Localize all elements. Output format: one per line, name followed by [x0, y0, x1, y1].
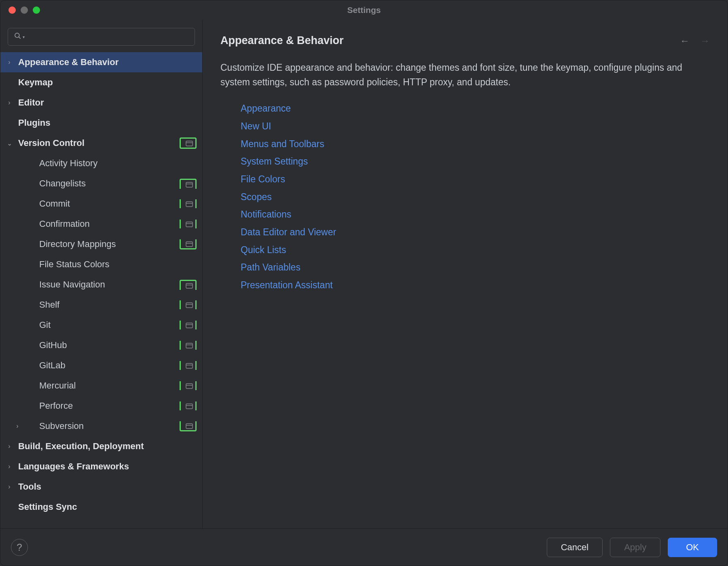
- project-level-icon: [185, 422, 194, 429]
- tree-item-editor[interactable]: ›Editor: [0, 93, 202, 113]
- tree-item-label: Commit: [26, 199, 180, 209]
- tree-item-label: Build, Execution, Deployment: [18, 441, 197, 452]
- project-level-icon: [185, 139, 194, 147]
- tree-item-commit[interactable]: Commit: [0, 194, 202, 214]
- tree-item-label: Perforce: [26, 401, 180, 411]
- tree-item-label: Issue Navigation: [26, 279, 180, 290]
- ok-button[interactable]: OK: [668, 538, 717, 557]
- tree-item-keymap[interactable]: Keymap: [0, 72, 202, 93]
- link-data-editor-and-viewer[interactable]: Data Editor and Viewer: [241, 224, 710, 241]
- tree-item-label: Appearance & Behavior: [18, 57, 197, 68]
- tree-item-languages-frameworks[interactable]: ›Languages & Frameworks: [0, 456, 202, 477]
- search-input-wrap[interactable]: ▾: [8, 28, 195, 46]
- link-path-variables[interactable]: Path Variables: [241, 259, 710, 277]
- search-input[interactable]: [27, 32, 189, 42]
- tree-item-mercurial[interactable]: Mercurial: [0, 376, 202, 396]
- svg-rect-20: [186, 363, 193, 368]
- content-pane: Appearance & Behavior ← → Customize IDE …: [203, 20, 728, 528]
- help-button[interactable]: ?: [11, 539, 28, 556]
- tree-item-plugins[interactable]: Plugins: [0, 113, 202, 133]
- project-level-icon: [185, 362, 194, 369]
- tree-item-gitlab[interactable]: GitLab: [0, 355, 202, 376]
- project-level-icon: [185, 240, 194, 247]
- link-menus-and-toolbars[interactable]: Menus and Toolbars: [241, 135, 710, 153]
- highlight-box: [180, 179, 197, 189]
- tree-item-label: Tools: [18, 482, 197, 492]
- svg-rect-4: [186, 182, 193, 187]
- tree-item-label: Shelf: [26, 300, 180, 310]
- highlight-box: [180, 341, 197, 350]
- tree-item-directory-mappings[interactable]: Directory Mappings: [0, 234, 202, 254]
- page-title: Appearance & Behavior: [220, 34, 680, 47]
- apply-button[interactable]: Apply: [610, 538, 660, 557]
- tree-item-changelists[interactable]: Changelists: [0, 173, 202, 194]
- tree-item-build-execution-deployment[interactable]: ›Build, Execution, Deployment: [0, 436, 202, 456]
- forward-icon[interactable]: →: [700, 35, 710, 46]
- highlight-box: [180, 199, 197, 208]
- link-file-colors[interactable]: File Colors: [241, 171, 710, 188]
- tree-item-subversion[interactable]: ›Subversion: [0, 416, 202, 436]
- highlight-box: [180, 401, 197, 410]
- tree-item-tools[interactable]: ›Tools: [0, 477, 202, 497]
- svg-rect-2: [186, 141, 193, 146]
- highlight-box: [180, 220, 197, 228]
- tree-item-settings-sync[interactable]: Settings Sync: [0, 497, 202, 517]
- svg-point-0: [15, 33, 19, 38]
- chevron-right-icon[interactable]: ›: [0, 59, 18, 66]
- tree-item-version-control[interactable]: ⌄Version Control: [0, 133, 202, 153]
- tree-item-perforce[interactable]: Perforce: [0, 396, 202, 416]
- link-presentation-assistant[interactable]: Presentation Assistant: [241, 277, 710, 294]
- tree-item-confirmation[interactable]: Confirmation: [0, 214, 202, 234]
- close-window-icon[interactable]: [8, 6, 16, 14]
- link-notifications[interactable]: Notifications: [241, 206, 710, 224]
- chevron-down-icon[interactable]: ⌄: [0, 139, 18, 147]
- project-level-icon: [185, 220, 194, 228]
- chevron-right-icon[interactable]: ›: [0, 443, 18, 450]
- svg-rect-16: [186, 323, 193, 328]
- link-quick-lists[interactable]: Quick Lists: [241, 241, 710, 259]
- body: ▾ ›Appearance & BehaviorKeymap›EditorPlu…: [0, 20, 728, 528]
- zoom-window-icon[interactable]: [33, 6, 40, 14]
- tree-item-appearance-behavior[interactable]: ›Appearance & Behavior: [0, 52, 202, 72]
- tree-item-label: Confirmation: [26, 219, 180, 229]
- link-scopes[interactable]: Scopes: [241, 188, 710, 206]
- tree-item-label: Keymap: [18, 77, 197, 88]
- tree-item-label: Editor: [18, 97, 197, 108]
- tree-item-github[interactable]: GitHub: [0, 335, 202, 355]
- highlight-box: [180, 137, 197, 149]
- chevron-right-icon[interactable]: ›: [0, 483, 18, 490]
- sidebar: ▾ ›Appearance & BehaviorKeymap›EditorPlu…: [0, 20, 203, 528]
- svg-rect-22: [186, 384, 193, 389]
- svg-rect-24: [186, 404, 193, 409]
- chevron-right-icon[interactable]: ›: [0, 99, 18, 106]
- tree-item-label: Languages & Frameworks: [18, 461, 197, 472]
- project-level-icon: [185, 321, 194, 329]
- svg-rect-14: [186, 303, 193, 308]
- highlight-box: [180, 280, 197, 290]
- project-level-icon: [185, 181, 194, 188]
- subpage-links: AppearanceNew UIMenus and ToolbarsSystem…: [241, 100, 710, 294]
- tree-item-git[interactable]: Git: [0, 315, 202, 335]
- chevron-right-icon[interactable]: ›: [0, 463, 18, 470]
- tree-item-label: Changelists: [26, 178, 180, 189]
- dropdown-caret-icon: ▾: [23, 35, 25, 39]
- chevron-right-icon[interactable]: ›: [8, 422, 26, 430]
- link-appearance[interactable]: Appearance: [241, 100, 710, 118]
- back-icon[interactable]: ←: [680, 35, 690, 46]
- tree-item-file-status-colors[interactable]: File Status Colors: [0, 254, 202, 275]
- tree-item-activity-history[interactable]: Activity History: [0, 153, 202, 173]
- project-level-icon: [185, 301, 194, 308]
- tree-item-shelf[interactable]: Shelf: [0, 295, 202, 315]
- highlight-box: [180, 361, 197, 370]
- highlight-box: [180, 300, 197, 309]
- tree-item-label: Activity History: [26, 158, 197, 169]
- link-system-settings[interactable]: System Settings: [241, 153, 710, 171]
- cancel-button[interactable]: Cancel: [547, 538, 603, 557]
- minimize-window-icon[interactable]: [21, 6, 28, 14]
- svg-rect-6: [186, 202, 193, 207]
- project-level-icon: [185, 282, 194, 289]
- tree-item-issue-navigation[interactable]: Issue Navigation: [0, 275, 202, 295]
- link-new-ui[interactable]: New UI: [241, 118, 710, 135]
- svg-rect-26: [186, 424, 193, 429]
- footer: ? Cancel Apply OK: [0, 528, 728, 566]
